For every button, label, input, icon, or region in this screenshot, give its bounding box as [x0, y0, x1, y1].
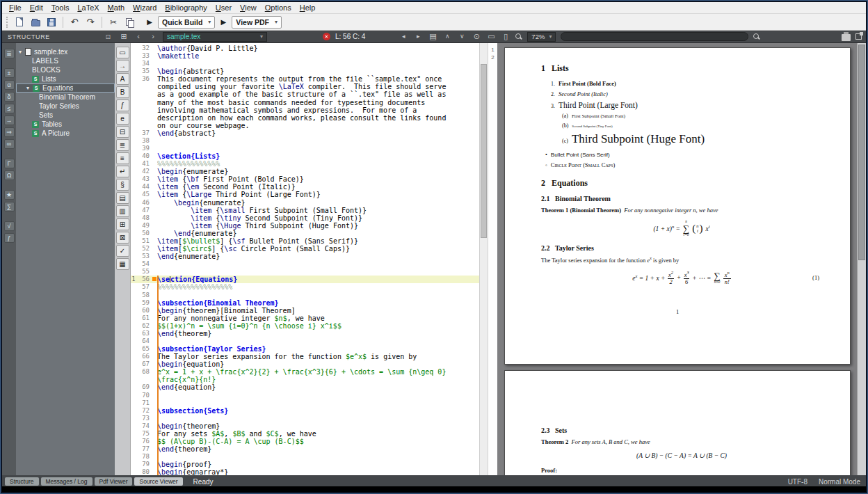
code-line[interactable]: 44\item {\em Second Point (Italic)} [131, 183, 488, 191]
symbol-button[interactable]: ▭ [116, 47, 129, 58]
expander-icon[interactable]: ▾ [19, 49, 25, 55]
pdf-viewer[interactable]: 1 Lists 1.First Point (Bold Face)2.Secon… [497, 43, 866, 475]
side-panel-icon[interactable]: ★ [4, 190, 15, 200]
symbol-button[interactable]: ▥ [116, 205, 129, 217]
view-pdf-run-button[interactable]: ▶ [216, 15, 230, 29]
status-tab-source-viewer[interactable]: Source Viewer [134, 477, 182, 486]
code-line[interactable]: 40\section{Lists} [131, 152, 488, 160]
symbol-button[interactable]: A [116, 73, 129, 85]
code-line[interactable]: 43\item {\bf First Point (Bold Face)} [131, 175, 488, 183]
structure-item-taylor-series[interactable]: Taylor Series [16, 102, 115, 111]
code-line[interactable]: \frac{x^n}{n!} [131, 376, 488, 383]
structure-item-binomial-theorem[interactable]: Binomial Theorem [16, 93, 115, 102]
mode-label[interactable]: Normal Mode [819, 478, 860, 486]
code-line[interactable]: many of the most basic commands needed f… [131, 99, 488, 106]
code-line[interactable]: 42\begin{enumerate} [131, 168, 488, 175]
close-document-icon[interactable]: ✕ [323, 33, 330, 40]
pdf-scrollbar[interactable] [857, 43, 866, 475]
encoding-label[interactable]: UTF-8 [788, 478, 807, 486]
menu-tools[interactable]: Tools [47, 3, 74, 13]
code-line[interactable]: 65\subsection{Taylor Series} [131, 345, 488, 353]
code-line[interactable]: 63\end{theorem} [131, 330, 488, 337]
menu-wizard[interactable]: Wizard [129, 3, 161, 13]
symbol-button[interactable]: e [116, 113, 129, 125]
document-pages-icon[interactable]: ▤ [428, 33, 437, 40]
code-line[interactable]: 39 [131, 145, 488, 152]
code-line[interactable]: 41%%%%%%%%%%%%%%% [131, 160, 488, 168]
code-line[interactable]: 36This document represents the output fr… [131, 75, 488, 83]
side-panel-icon[interactable]: α [4, 80, 15, 90]
code-line[interactable]: 51\item[$\bullet$] {\sf Bullet Point (Sa… [131, 237, 488, 245]
symbol-button[interactable]: ✓ [116, 245, 129, 257]
code-line[interactable]: 47 \item {\small First Subpoint (Small F… [131, 207, 488, 214]
zoom-select[interactable]: 72% ▾ [527, 32, 556, 42]
code-line[interactable]: description on how each command works, p… [131, 114, 488, 122]
symbol-button[interactable]: ⊞ [116, 218, 129, 230]
symbol-button[interactable]: → [116, 60, 129, 72]
side-panel-icon[interactable]: ƒ [4, 233, 15, 243]
previous-bookmark-icon[interactable]: ◂ [399, 33, 408, 40]
back-icon[interactable]: ‹ [134, 33, 143, 40]
code-line[interactable]: 45\item {\Large Third Point (Large Font)… [131, 191, 488, 198]
symbol-button[interactable]: ▤ [116, 192, 129, 204]
code-line[interactable]: 66The Taylor series expansion for the fu… [131, 353, 488, 360]
structure-item-equations[interactable]: ▾SEquations [16, 83, 115, 93]
code-line[interactable]: 57%%%%%%%%%%%%%%%%%% [131, 283, 488, 291]
code-line[interactable]: 34 [131, 60, 488, 67]
code-line[interactable]: 61For any nonnegative integer $n$, we ha… [131, 314, 488, 322]
code-line[interactable]: 156\section{Equations} [131, 276, 488, 283]
code-line[interactable]: 33\maketitle [131, 52, 488, 60]
menu-options[interactable]: Options [261, 3, 296, 13]
side-panel-icon[interactable]: ∞ [4, 139, 15, 149]
editor[interactable]: 32\author{David P. Little}33\maketitle34… [131, 43, 488, 475]
structure-item-lists[interactable]: SLists [16, 74, 115, 83]
quick-build-select[interactable]: Quick Build▾ [158, 16, 215, 29]
code-line[interactable]: 54 [131, 260, 488, 268]
new-file-button[interactable] [13, 15, 26, 29]
code-line[interactable]: 46 \begin{enumerate} [131, 199, 488, 207]
forward-icon[interactable]: › [148, 33, 158, 40]
code-line[interactable]: 77\end{theorem} [131, 445, 488, 453]
panel-options-icon[interactable]: ⊡ [105, 33, 111, 40]
code-line[interactable]: compiled using your favorite \LaTeX comp… [131, 83, 488, 90]
code-line[interactable]: 71 [131, 399, 488, 407]
copy-button[interactable] [122, 15, 136, 29]
symbol-button[interactable]: ▦ [116, 258, 129, 270]
code-line[interactable]: 37\end{abstract} [131, 129, 488, 137]
code-line[interactable]: 38 [131, 137, 488, 145]
side-panel-icon[interactable]: → [4, 115, 15, 125]
menu-view[interactable]: View [236, 3, 261, 13]
code-line[interactable]: on our course webpage. [131, 122, 488, 129]
structure-item-labels[interactable]: LABELS [16, 56, 115, 65]
side-panel-icon[interactable]: Γ [4, 159, 15, 168]
code-line[interactable]: involving mathematical symbols and expre… [131, 106, 488, 114]
line-mark[interactable]: 2 [488, 54, 497, 61]
code-line[interactable]: 49 \item {\Huge Third Subpoint (Huge Fon… [131, 222, 488, 230]
menu-latex[interactable]: LaTeX [73, 3, 103, 13]
structure-item-blocks[interactable]: BLOCKS [16, 65, 115, 74]
symbol-button[interactable]: ⊠ [116, 232, 129, 244]
side-panel-icon[interactable]: Ω [4, 170, 15, 180]
status-tab-structure[interactable]: Structure [5, 477, 39, 486]
code-line[interactable]: 79\begin{proof} [131, 461, 488, 468]
code-line[interactable]: 78 [131, 453, 488, 461]
open-file-button[interactable] [29, 15, 42, 29]
symbol-button[interactable]: ≣ [116, 139, 129, 151]
presentation-icon[interactable]: ⊙ [472, 33, 481, 40]
symbol-button[interactable]: ⊟ [116, 126, 129, 138]
status-tab-pdf-viewer[interactable]: Pdf Viewer [95, 477, 133, 486]
menu-user[interactable]: User [211, 3, 236, 13]
side-panel-icon[interactable]: √ [4, 221, 15, 231]
symbol-button[interactable]: B [116, 86, 129, 98]
undo-button[interactable]: ↶ [67, 15, 81, 29]
menu-bibliography[interactable]: Bibliography [161, 3, 211, 13]
code-line[interactable]: 80\begin{eqnarray*} [131, 468, 488, 475]
quick-build-run-button[interactable]: ▶ [143, 15, 156, 29]
redo-button[interactable]: ↷ [83, 15, 97, 29]
symbol-button[interactable]: § [116, 179, 129, 191]
structure-item-tables[interactable]: STables [16, 120, 115, 129]
structure-item-sample-tex[interactable]: ▾sample.tex [16, 47, 115, 56]
code-line[interactable]: 53\end{enumerate} [131, 253, 488, 260]
code-line[interactable]: 35\begin{abstract} [131, 67, 488, 75]
code-line[interactable]: 69\end{equation} [131, 383, 488, 391]
